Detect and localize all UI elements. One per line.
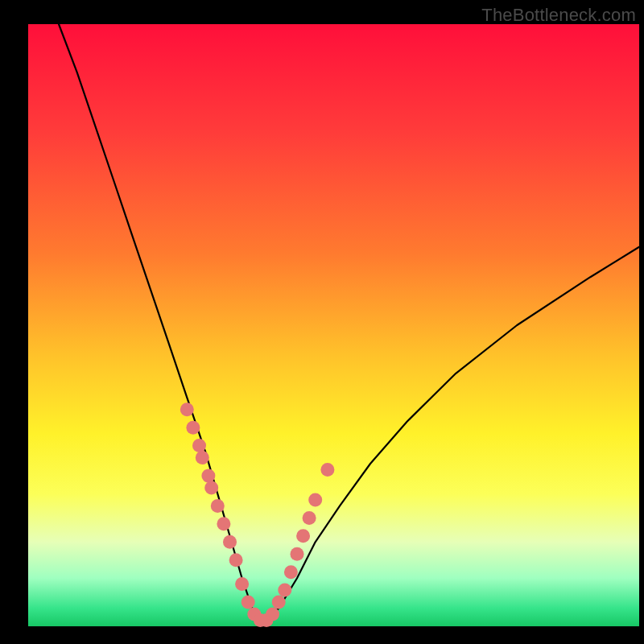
marker-point — [204, 481, 218, 495]
marker-point — [242, 596, 255, 609]
watermark-text: TheBottleneck.com — [481, 5, 636, 26]
marker-point — [180, 402, 194, 416]
marker-point — [308, 493, 322, 506]
marker-point — [266, 608, 279, 621]
chart-container: TheBottleneck.com — [0, 0, 644, 644]
marker-point — [320, 463, 334, 477]
marker-point — [303, 511, 316, 525]
bottleneck-chart — [0, 0, 644, 644]
plot-area — [28, 24, 639, 626]
marker-point — [201, 469, 215, 483]
marker-point — [211, 499, 225, 513]
marker-point — [235, 577, 249, 591]
marker-point — [223, 535, 237, 549]
marker-point — [291, 547, 304, 561]
marker-point — [229, 553, 243, 567]
marker-point — [272, 596, 286, 609]
marker-point — [284, 565, 298, 579]
marker-point — [278, 584, 291, 597]
marker-point — [196, 451, 209, 464]
marker-point — [296, 529, 310, 543]
marker-point — [217, 517, 230, 530]
marker-point — [192, 439, 206, 452]
marker-point — [186, 421, 200, 435]
